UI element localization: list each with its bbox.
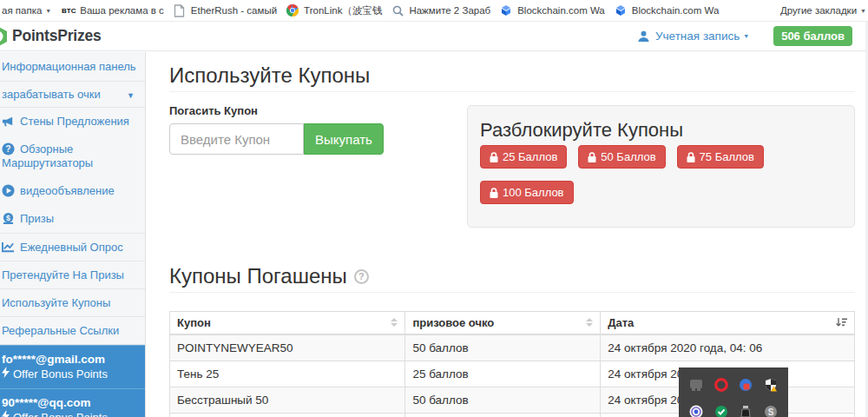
sidebar-item-label: Обзорные Маршрутизаторы [2,142,93,169]
cell-coupon: Тень 25 [170,361,405,387]
cell-points: 50 баллов [405,387,601,414]
bolt-icon [2,367,10,381]
chart-icon [2,241,15,254]
sidebar-item-label: Стены Предложения [20,115,129,128]
blockchain-favicon [614,3,628,17]
lock-icon [490,152,498,162]
search-icon [391,3,404,17]
chevron-down-icon: ▼ [45,8,51,14]
sidebar-item-dashboard[interactable]: Информационная панель [0,52,145,82]
sidebar-item-earn-points[interactable]: зарабатывать очки ▼ [0,82,145,108]
earn-points-submenu: Стены Предложения ? Обзорные Маршрутизат… [0,108,145,234]
money-icon: $ [2,212,15,225]
bookmark-item[interactable]: EtherRush - самый [173,3,277,17]
bookmark-item[interactable]: Нажмите 2 Зараб [391,3,490,17]
unlock-75-button[interactable]: 75 Баллов [677,145,764,169]
redeem-button[interactable]: Выкупать [304,123,384,155]
account-label: Учетная запись [655,30,740,43]
account-email: 90*****@qq.com [2,395,140,410]
sidebar-item-claim-prizes[interactable]: Претендуйте На Призы [0,261,145,289]
ink-bottle-icon[interactable] [739,405,753,417]
skype-icon[interactable]: S [764,405,778,417]
unlock-button-label: 75 Баллов [700,150,754,163]
section-title-text: Купоны Погашены [169,265,347,288]
sidebar-item-prizes[interactable]: $ Призы [0,205,145,233]
user-icon [637,30,650,43]
column-header-date[interactable]: Дата [601,312,855,335]
svg-text:S: S [767,407,773,416]
sidebar-item-offer-walls[interactable]: Стены Предложения [0,108,145,136]
coupon-input[interactable] [169,123,304,155]
sidebar-item-referral-links[interactable]: Реферальные Ссылки [0,317,145,345]
unlock-25-button[interactable]: 25 Баллов [480,145,567,169]
bookmark-label: Ваша реклама в с [80,5,164,16]
btc-favicon: BTC [62,3,76,17]
sidebar-item-survey-routers[interactable]: ? Обзорные Маршрутизаторы [0,136,145,177]
column-label: Дата [608,316,634,329]
bookmark-item[interactable]: Blockchain.com Wa [614,3,720,17]
bookmark-item[interactable]: BTC Ваша реклама в с [62,3,164,17]
unlock-100-button[interactable]: 100 Баллов [480,181,574,204]
chevron-down-icon: ▼ [127,89,135,103]
sidebar-item-use-coupons[interactable]: Используйте Купоны [0,289,145,317]
cell-date: 24 октября 2020 года, 04: 06 [601,334,855,361]
bookmark-item[interactable]: TronLink（波宝钱 [286,3,382,17]
help-icon[interactable]: ? [354,269,369,284]
cell-points: 25 баллов [405,361,601,387]
chrome-favicon [286,3,299,17]
play-circle-icon [2,184,15,197]
sidebar-account-qq[interactable]: 90*****@qq.com Offer Bonus Points [0,388,145,417]
cell-coupon: Бесстрашный 50 [170,387,405,414]
main-content: Используйте Купоны Погасить Купон Выкупа… [147,52,868,417]
sidebar-item-label: Ежедневный Опрос [20,241,123,254]
column-header-points[interactable]: призовое очко [405,312,601,335]
sidebar: Информационная панель зарабатывать очки … [0,52,146,417]
question-circle-icon: ? [2,142,15,156]
app-icon[interactable] [739,378,753,392]
bookmarks-bar: ая папка ▼ BTC Ваша реклама в с EtherRus… [0,0,868,22]
chevron-down-icon: ▼ [860,8,866,14]
bookmark-label: Нажмите 2 Зараб [409,5,490,16]
account-email: fo*****@gmail.com [2,352,140,367]
bolt-icon [2,410,10,417]
bookmark-folder[interactable]: ая папка ▼ [2,5,51,16]
opera-icon[interactable] [714,378,728,392]
antivirus-check-icon[interactable] [714,405,728,417]
bookmark-label: EtherRush - самый [191,5,277,16]
system-tray-popup: S [679,367,788,417]
column-header-coupon[interactable]: Купон [170,312,405,335]
redeemed-coupons-title: Купоны Погашены ? [169,265,855,288]
unlock-50-button[interactable]: 50 Баллов [578,145,665,169]
unlock-panel-title: Разблокируйте Купоны [480,120,842,141]
other-bookmarks[interactable]: Другие закладки ▼ [780,5,866,16]
screen-icon[interactable] [689,378,703,392]
sidebar-item-label: зарабатывать очки [2,88,101,101]
site-header: PointsPrizes Учетная запись ▼ 506 баллов [0,22,868,51]
column-label: Купон [177,316,211,329]
sidebar-item-video-ads[interactable]: видеообъявление [0,177,145,205]
media-player-icon[interactable] [689,405,703,417]
bookmark-label: Blockchain.com Wa [517,5,605,16]
unlock-coupons-panel: Разблокируйте Купоны 25 Баллов 50 Баллов [467,105,855,228]
cell-coupon: POINTYNEWYEAR50 [170,334,405,361]
column-label: призовое очко [412,316,494,329]
points-balance-badge[interactable]: 506 баллов [773,26,852,46]
coupon-input-label: Погасить Купон [169,104,467,118]
unlock-button-label: 100 Баллов [503,186,564,199]
account-menu[interactable]: Учетная запись ▼ [637,30,749,43]
shield-warning-icon[interactable] [764,378,778,392]
table-row: POINTYNEWYEAR50 50 баллов 24 октября 202… [170,334,855,361]
sidebar-item-label: видеообъявление [20,184,115,197]
bookmark-folder-label: ая папка [2,5,42,16]
account-bonus-label: Offer Bonus Points [13,367,108,381]
brand-logo[interactable]: PointsPrizes [0,25,102,48]
sidebar-account-gmail[interactable]: fo*****@gmail.com Offer Bonus Points [0,345,145,388]
bookmark-label: Blockchain.com Wa [632,5,720,16]
sidebar-item-daily-poll[interactable]: Ежедневный Опрос [0,234,145,261]
megaphone-icon [2,115,15,128]
bookmark-item[interactable]: Blockchain.com Wa [499,3,605,17]
sidebar-item-label: Призы [20,212,54,225]
chevron-down-icon: ▼ [743,33,749,39]
lock-icon [490,188,498,198]
sort-icon [391,318,398,327]
